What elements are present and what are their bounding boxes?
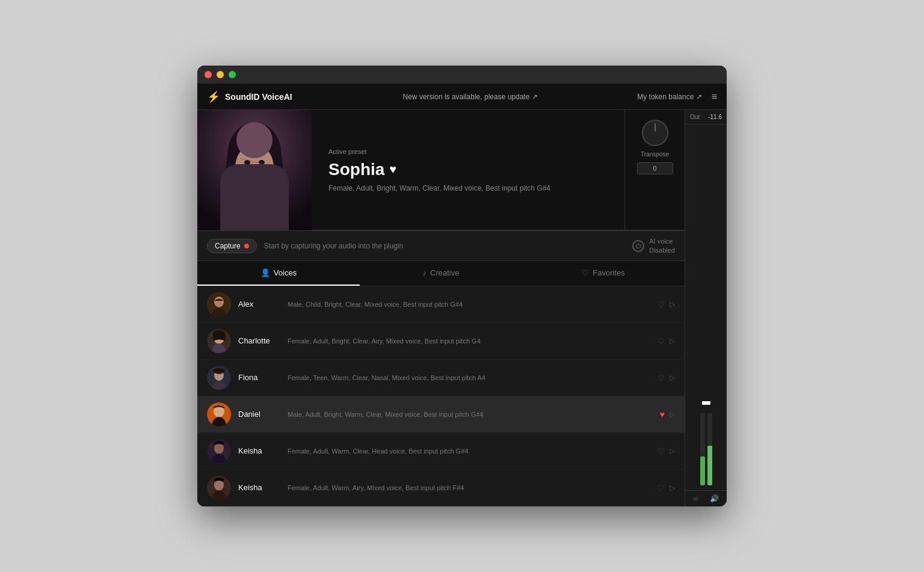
meter-fill-left (700, 457, 705, 485)
app-title: SoundID VoiceAI (225, 92, 292, 102)
tab-bar: 👤 Voices ♪ Creative ♡ Favorites (197, 261, 685, 286)
ai-voice-section: ⏻ AI voice Disabled (632, 237, 675, 254)
app-window: ⚡ SoundID VoiceAI New version is availab… (197, 66, 727, 506)
logo-icon: ⚡ (207, 90, 220, 103)
voice-item-keisha1[interactable]: Keisha Female, Adult, Warm, Clear, Head … (197, 433, 685, 470)
voice-avatar-alex (207, 292, 231, 316)
voice-item-alex[interactable]: Alex Male, Child, Bright, Clear, Mixed v… (197, 286, 685, 323)
meter-area (685, 125, 727, 490)
update-notice: New version is available, please update … (303, 93, 637, 101)
voice-list: Alex Male, Child, Bright, Clear, Mixed v… (197, 286, 685, 506)
voice-avatar-fiona (207, 366, 231, 390)
voice-tags-alex: Male, Child, Bright, Clear, Mixed voice,… (288, 301, 650, 308)
meter-db-value: -11.6 (708, 114, 722, 120)
voice-tags-charlotte: Female, Adult, Bright, Clear, Airy, Mixe… (288, 337, 650, 345)
meter-bar-left (700, 413, 705, 485)
capture-button[interactable]: Capture (207, 239, 257, 253)
voice-name-alex: Alex (238, 300, 280, 309)
heart-button-alex[interactable]: ♡ (657, 300, 665, 309)
voice-item-daniel[interactable]: Daniel Male, Adult, Bright, Warm, Clear,… (197, 396, 685, 433)
voice-name-fiona: Fiona (238, 373, 280, 382)
portrait-svg (197, 110, 312, 230)
hero-section: Active preset Sophia ♥ Female, Adult, Br… (197, 110, 685, 230)
maximize-button[interactable] (229, 71, 236, 78)
tab-voices[interactable]: 👤 Voices (197, 261, 360, 286)
active-voice-tags: Female, Adult, Bright, Warm, Clear, Mixe… (328, 184, 608, 192)
svg-point-2 (235, 144, 274, 190)
transpose-panel: Transpose 0 (624, 110, 685, 230)
voice-name-daniel: Daniel (238, 410, 280, 419)
tab-favorites-label: Favorites (593, 268, 624, 277)
hero-info: Active preset Sophia ♥ Female, Adult, Br… (312, 110, 624, 230)
voice-actions-daniel: ♥ ▷ (660, 410, 675, 419)
menu-icon[interactable]: ≡ (712, 91, 717, 102)
voice-tags-daniel: Male, Adult, Bright, Warm, Clear, Mixed … (288, 411, 653, 418)
heart-button-daniel[interactable]: ♥ (660, 410, 665, 419)
meter-icons: ∞ 🔊 (685, 490, 727, 506)
heart-button-charlotte[interactable]: ♡ (657, 336, 665, 346)
play-button-daniel[interactable]: ▷ (670, 410, 675, 419)
app-header: ⚡ SoundID VoiceAI New version is availab… (197, 84, 727, 110)
svg-point-4 (259, 160, 265, 165)
voice-item-keisha2[interactable]: Keisha Female, Adult, Warm, Airy, Mixed … (197, 470, 685, 506)
voice-avatar-daniel (207, 402, 231, 426)
transpose-knob[interactable] (642, 120, 668, 146)
svg-rect-5 (247, 188, 262, 203)
main-content: Active preset Sophia ♥ Female, Adult, Br… (197, 110, 727, 506)
voice-avatar-charlotte (207, 329, 231, 353)
meter-bar-right (707, 413, 712, 485)
voice-item-charlotte[interactable]: Charlotte Female, Adult, Bright, Clear, … (197, 323, 685, 360)
ai-voice-power-button[interactable]: ⏻ (632, 240, 644, 252)
artist-silhouette (197, 110, 312, 230)
token-balance[interactable]: My token balance ↗ (637, 93, 701, 101)
close-button[interactable] (205, 71, 212, 78)
play-button-keisha1[interactable]: ▷ (670, 447, 675, 455)
play-button-keisha2[interactable]: ▷ (670, 484, 675, 492)
capture-button-label: Capture (215, 242, 241, 250)
voice-tags-keisha1: Female, Adult, Warm, Clear, Head voice, … (288, 447, 650, 455)
link-icon[interactable]: ∞ (693, 494, 698, 503)
tab-creative[interactable]: ♪ Creative (360, 261, 522, 286)
capture-hint: Start by capturing your audio into the p… (264, 242, 403, 250)
voice-tags-fiona: Female, Teen, Warm, Clear, Nasal, Mixed … (288, 374, 650, 381)
play-button-charlotte[interactable]: ▷ (670, 337, 675, 345)
capture-dot-icon (244, 244, 249, 248)
favorites-tab-icon: ♡ (582, 268, 589, 277)
tab-voices-label: Voices (274, 268, 297, 277)
content-area: Active preset Sophia ♥ Female, Adult, Br… (197, 110, 685, 506)
tab-creative-label: Creative (430, 268, 459, 277)
transpose-value[interactable]: 0 (637, 162, 673, 174)
voice-actions-keisha2: ♡ ▷ (657, 483, 675, 493)
voice-item-fiona[interactable]: Fiona Female, Teen, Warm, Clear, Nasal, … (197, 360, 685, 396)
voice-avatar-keisha1 (207, 439, 231, 463)
meter-header: Out -11.6 (685, 110, 727, 125)
heart-button-keisha2[interactable]: ♡ (657, 483, 665, 493)
meter-fill-right (707, 446, 712, 485)
play-button-fiona[interactable]: ▷ (670, 374, 675, 382)
svg-line-7 (242, 167, 260, 170)
titlebar (197, 66, 727, 84)
svg-point-9 (214, 297, 224, 307)
voice-actions-fiona: ♡ ▷ (657, 373, 675, 383)
speaker-icon[interactable]: 🔊 (710, 494, 719, 503)
voice-name-keisha2: Keisha (238, 483, 280, 492)
heart-button-keisha1[interactable]: ♡ (657, 446, 665, 456)
voices-tab-icon: 👤 (260, 268, 270, 277)
creative-tab-icon: ♪ (423, 268, 427, 277)
transpose-label: Transpose (641, 151, 669, 158)
minimize-button[interactable] (217, 71, 224, 78)
active-voice-name: Sophia ♥ (328, 160, 608, 179)
active-heart-icon[interactable]: ♥ (389, 162, 396, 176)
voice-actions-keisha1: ♡ ▷ (657, 446, 675, 456)
meter-out-label: Out (690, 114, 700, 120)
tab-favorites[interactable]: ♡ Favorites (522, 261, 685, 286)
heart-button-fiona[interactable]: ♡ (657, 373, 665, 383)
ai-voice-label: AI voice Disabled (649, 237, 675, 254)
play-button-alex[interactable]: ▷ (670, 300, 675, 309)
power-icon: ⏻ (635, 242, 641, 249)
svg-point-1 (227, 122, 282, 188)
artist-image (197, 110, 312, 230)
output-knob[interactable] (702, 401, 710, 405)
svg-rect-0 (197, 110, 312, 230)
voice-avatar-keisha2 (207, 476, 231, 500)
